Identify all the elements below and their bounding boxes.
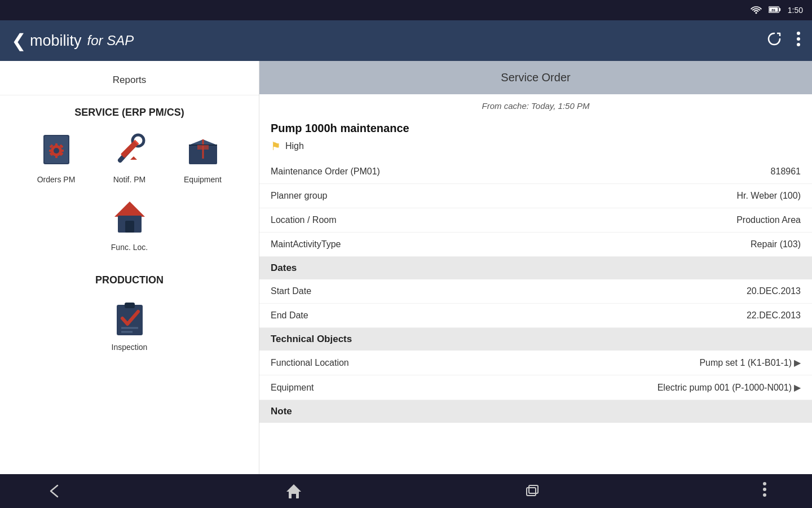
nav-more-button[interactable] <box>762 481 767 501</box>
order-title: Pump 1000h maintenance <box>259 117 812 137</box>
inspection-label: Inspection <box>112 343 148 352</box>
wifi-icon <box>751 5 762 16</box>
svg-point-5 <box>797 37 800 41</box>
field-maintenance-order: Maintenance Order (PM01) 818961 <box>259 160 812 184</box>
sidebar: Reports SERVICE (ERP PM/CS) <box>0 61 259 474</box>
back-button[interactable] <box>45 482 63 500</box>
svg-rect-39 <box>527 488 536 496</box>
field-start-date: Start Date 20.DEC.2013 <box>259 279 812 304</box>
end-date-value: 22.DEC.2013 <box>747 310 801 321</box>
svg-rect-31 <box>125 221 134 233</box>
sidebar-item-notif-pm[interactable]: Notif. PM <box>102 128 158 184</box>
sidebar-item-orders-pm[interactable]: Orders PM <box>28 128 85 184</box>
priority-flag-yellow: ⚑ <box>271 139 281 153</box>
svg-point-42 <box>763 488 766 491</box>
svg-marker-22 <box>130 156 137 160</box>
equipment-arrow: ▶ <box>794 382 801 393</box>
svg-marker-29 <box>114 202 145 217</box>
equipment-field-label: Equipment <box>271 383 314 393</box>
notif-pm-label: Notif. PM <box>113 175 146 184</box>
maintenance-order-label: Maintenance Order (PM01) <box>271 167 380 177</box>
orders-pm-label: Orders PM <box>37 175 76 184</box>
field-functional-location[interactable]: Functional Location Pump set 1 (K1-B01-1… <box>259 351 812 375</box>
sidebar-item-inspection[interactable]: Inspection <box>102 295 158 352</box>
planner-group-value: Hr. Weber (100) <box>736 191 801 201</box>
main-layout: Reports SERVICE (ERP PM/CS) <box>0 61 812 474</box>
svg-point-4 <box>797 32 800 35</box>
status-bar: 89 1:50 <box>0 0 812 20</box>
end-date-label: End Date <box>271 310 308 321</box>
svg-rect-21 <box>120 140 138 158</box>
service-icons-grid: Orders PM Notif. PM <box>0 128 259 195</box>
tech-objects-section-header: Technical Objects <box>259 328 812 351</box>
orders-pm-icon <box>35 128 78 170</box>
app-header: ❮ mobility for SAP <box>0 20 812 61</box>
svg-point-6 <box>797 43 800 46</box>
svg-rect-33 <box>125 303 135 308</box>
equipment-label: Equipment <box>184 175 222 184</box>
header-actions <box>766 30 801 51</box>
field-equipment[interactable]: Equipment Electric pump 001 (P-1000-N001… <box>259 375 812 400</box>
content-panel: Service Order From cache: Today, 1:50 PM… <box>259 61 812 474</box>
home-button[interactable] <box>285 483 302 500</box>
sidebar-item-equipment[interactable]: Equipment <box>175 128 231 184</box>
inspection-icon <box>108 295 151 338</box>
battery-icon: 89 <box>769 6 781 15</box>
equipment-icon <box>182 128 224 170</box>
maint-activity-value: Repair (103) <box>751 239 801 249</box>
field-location-room: Location / Room Production Area <box>259 208 812 233</box>
equipment-field-value: Electric pump 001 (P-1000-N001) ▶ <box>657 382 801 393</box>
location-room-label: Location / Room <box>271 215 337 225</box>
note-section-header: Note <box>259 400 812 423</box>
status-time: 1:50 <box>788 6 803 15</box>
priority-text: High <box>285 141 304 151</box>
app-logo: ❮ mobility for SAP <box>11 30 134 51</box>
logo-bracket: ❮ <box>11 30 27 51</box>
svg-rect-14 <box>60 150 64 152</box>
svg-rect-13 <box>49 150 52 152</box>
svg-rect-11 <box>55 143 58 147</box>
maintenance-order-value: 818961 <box>771 167 801 177</box>
functional-location-arrow: ▶ <box>794 357 801 368</box>
logo-mobility: mobility <box>30 32 82 50</box>
functional-location-value: Pump set 1 (K1-B01-1) ▶ <box>699 357 801 368</box>
logo-for-sap: for SAP <box>87 33 134 49</box>
bottom-nav <box>0 474 812 508</box>
refresh-button[interactable] <box>766 30 783 51</box>
svg-text:89: 89 <box>771 8 775 12</box>
production-section-title: PRODUCTION <box>0 263 259 295</box>
maint-activity-label: MaintActivityType <box>271 239 341 249</box>
svg-marker-36 <box>286 484 301 492</box>
field-maint-activity-type: MaintActivityType Repair (103) <box>259 233 812 257</box>
svg-rect-28 <box>197 145 209 150</box>
svg-point-43 <box>763 493 766 497</box>
functional-location-label: Functional Location <box>271 358 349 368</box>
start-date-value: 20.DEC.2013 <box>747 286 801 296</box>
svg-point-10 <box>54 148 59 154</box>
priority-row: 🏁 ⚑ High <box>259 137 812 160</box>
svg-rect-12 <box>55 155 58 158</box>
sidebar-item-func-loc[interactable]: Func. Loc. <box>102 195 158 252</box>
service-section-title: SERVICE (ERP PM/CS) <box>0 95 259 128</box>
func-loc-label: Func. Loc. <box>111 243 148 252</box>
svg-point-41 <box>763 482 766 485</box>
cache-info: From cache: Today, 1:50 PM <box>259 94 812 117</box>
more-menu-button[interactable] <box>796 31 801 51</box>
recents-button[interactable] <box>524 483 540 499</box>
field-planner-group: Planner group Hr. Weber (100) <box>259 184 812 208</box>
notif-pm-icon <box>108 128 151 170</box>
planner-group-label: Planner group <box>271 191 328 201</box>
func-loc-icon <box>108 195 151 238</box>
svg-rect-40 <box>529 485 538 493</box>
service-order-title: Service Order <box>259 61 812 94</box>
location-room-value: Production Area <box>736 215 801 225</box>
start-date-label: Start Date <box>271 286 311 296</box>
reports-link[interactable]: Reports <box>0 70 259 95</box>
field-end-date: End Date 22.DEC.2013 <box>259 304 812 328</box>
svg-rect-38 <box>292 494 296 498</box>
svg-rect-1 <box>779 8 780 11</box>
dates-section-header: Dates <box>259 257 812 279</box>
